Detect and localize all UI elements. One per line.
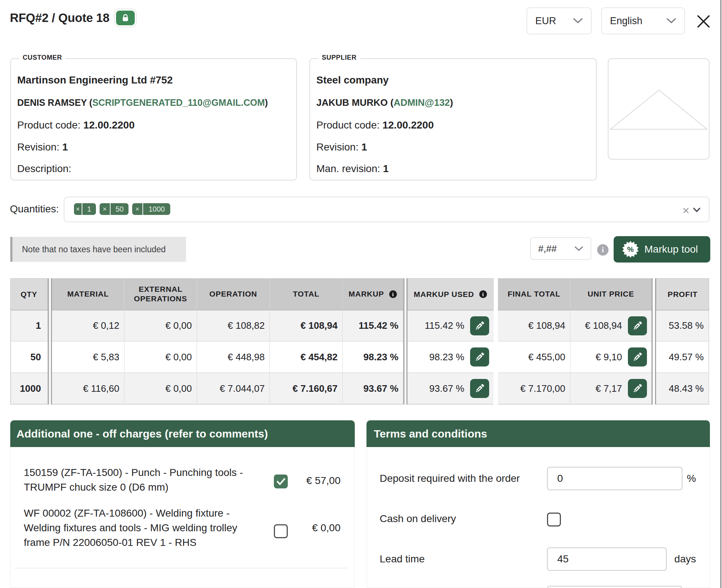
svg-text:i: i [392, 291, 394, 297]
svg-text:i: i [482, 291, 484, 297]
svg-text:%: % [627, 245, 634, 253]
